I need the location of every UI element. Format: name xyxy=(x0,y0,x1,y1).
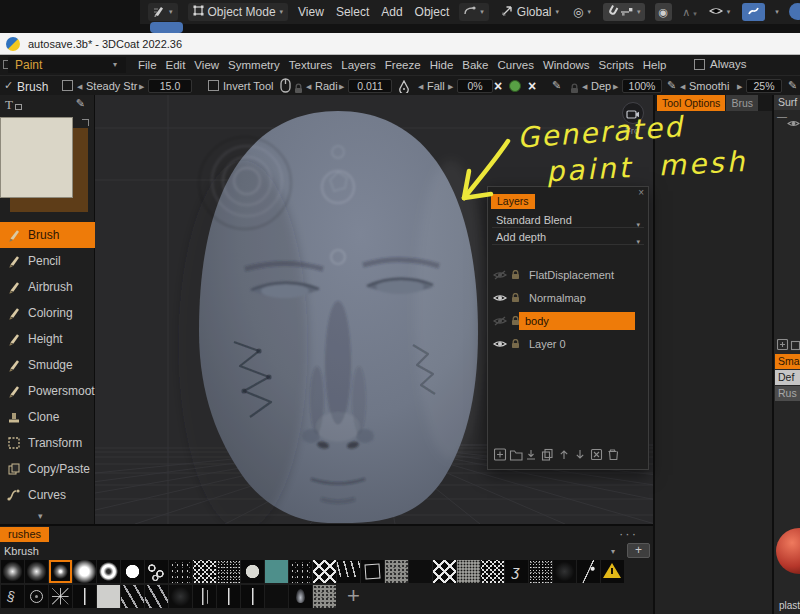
lock-icon[interactable] xyxy=(511,266,521,284)
tab-tool-options[interactable]: Tool Options xyxy=(657,95,725,111)
brush-thumbnail[interactable] xyxy=(169,585,192,608)
menu-bake[interactable]: Bake xyxy=(462,59,488,71)
brush-thumbnail[interactable] xyxy=(289,560,312,583)
clear-icon[interactable]: × xyxy=(494,78,502,94)
text-tool-icon[interactable]: T xyxy=(5,97,13,113)
tool-item-brush[interactable]: Brush xyxy=(0,222,95,248)
menu-file[interactable]: File xyxy=(138,59,157,71)
brush-thumbnail[interactable] xyxy=(169,560,192,583)
brush-thumbnail[interactable] xyxy=(97,560,120,583)
edit-curve-icon[interactable]: ✎ xyxy=(552,79,561,92)
layer-row-body[interactable]: body xyxy=(488,309,648,332)
brush-thumbnail[interactable] xyxy=(337,560,360,583)
brush-thumbnail[interactable] xyxy=(145,585,168,608)
close-icon[interactable]: × xyxy=(638,187,644,198)
clipped-blue-button[interactable] xyxy=(150,22,183,33)
menu-curves[interactable]: Curves xyxy=(498,59,534,71)
brush-thumbnail[interactable] xyxy=(73,585,96,608)
brush-thumbnail[interactable] xyxy=(73,560,96,583)
smoothing-right-arrow[interactable]: ▶ xyxy=(737,83,742,91)
more-tools-arrow-icon[interactable]: ▾ xyxy=(38,511,43,521)
brush-thumbnail[interactable] xyxy=(265,560,288,583)
primary-color-swatch[interactable] xyxy=(0,117,73,198)
edit-curve-icon[interactable]: ✎ xyxy=(788,79,797,92)
radius-left-arrow[interactable]: ◀ xyxy=(306,83,311,91)
blender-menu-add[interactable]: Add xyxy=(381,5,402,19)
depth-right-arrow[interactable]: ▶ xyxy=(613,83,618,91)
radius-right-arrow[interactable]: ▶ xyxy=(339,83,344,91)
eye-icon[interactable] xyxy=(787,114,800,132)
brush-thumbnail[interactable] xyxy=(145,560,168,583)
brush-thumbnail[interactable] xyxy=(121,585,144,608)
brush-thumbnail[interactable] xyxy=(241,585,264,608)
brushes-panel-tab[interactable]: rushes xyxy=(0,527,49,542)
blend-mode-dropdown[interactable]: Standard Blend ▾ xyxy=(492,212,644,228)
transform-orientation-dropdown[interactable]: Global ▾ xyxy=(499,3,561,21)
eye-visible-icon[interactable] xyxy=(493,335,508,353)
layer-row-normalmap[interactable]: Normalmap xyxy=(488,286,648,309)
tool-item-clone[interactable]: Clone xyxy=(0,404,95,430)
active-tool-dropdown[interactable]: ▾ xyxy=(459,3,489,21)
brush-thumbnail[interactable] xyxy=(49,560,72,583)
menu-windows[interactable]: Windows xyxy=(543,59,590,71)
brush-thumbnail[interactable] xyxy=(313,560,336,583)
menu-freeze[interactable]: Freeze xyxy=(385,59,421,71)
brush-thumbnail[interactable] xyxy=(433,560,456,583)
menu-help[interactable]: Help xyxy=(643,59,667,71)
falloff-left-arrow[interactable]: ◀ xyxy=(418,83,423,91)
brush-thumbnail[interactable] xyxy=(289,585,312,608)
layers-panel-tab[interactable]: Layers xyxy=(491,194,535,209)
camera-button[interactable] xyxy=(622,102,644,124)
steady-right-arrow[interactable]: ▶ xyxy=(139,83,144,91)
brush-thumbnail[interactable] xyxy=(193,585,216,608)
add-brush-button[interactable]: + xyxy=(627,543,650,558)
brush-thumbnail[interactable] xyxy=(25,560,48,583)
brush-thumbnail[interactable] xyxy=(97,585,120,608)
blender-menu-object[interactable]: Object xyxy=(415,5,450,19)
lock-icon[interactable] xyxy=(511,335,521,353)
brush-thumbnail[interactable] xyxy=(121,560,144,583)
menu-edit[interactable]: Edit xyxy=(166,59,186,71)
blender-menu-view[interactable]: View xyxy=(298,5,324,19)
clear-icon[interactable]: × xyxy=(528,78,536,94)
panel-menu-dots-icon[interactable]: ··· xyxy=(619,526,638,541)
lock-icon[interactable] xyxy=(511,289,521,307)
brush-thumbnail[interactable] xyxy=(217,560,240,583)
room-label[interactable]: Paint xyxy=(15,58,42,72)
always-checkbox[interactable] xyxy=(694,59,705,70)
tool-item-copy-paste[interactable]: Copy/Paste xyxy=(0,456,95,482)
brush-thumbnail[interactable] xyxy=(25,585,48,608)
radius-value-field[interactable]: 0.011 xyxy=(348,79,392,93)
edit-curve-icon[interactable]: ✎ xyxy=(667,79,676,92)
color-indicator[interactable] xyxy=(509,80,521,92)
more-brushes-button[interactable]: + xyxy=(347,585,360,608)
brush-thumbnail[interactable] xyxy=(529,560,552,583)
brush-thumbnail[interactable] xyxy=(601,560,624,583)
steady-value-field[interactable]: 15.0 xyxy=(148,79,192,93)
invert-tool-checkbox[interactable] xyxy=(208,80,219,91)
proportional-edit-toggle[interactable]: ◉ xyxy=(655,3,673,21)
eye-hidden-icon[interactable] xyxy=(493,266,508,284)
tool-item-curves[interactable]: Curves xyxy=(0,482,95,508)
falloff-value-field[interactable]: 0% xyxy=(457,79,493,93)
snap-target-dropdown[interactable]: ◎ ▾ xyxy=(571,3,593,21)
brush-thumbnail[interactable] xyxy=(577,560,600,583)
brush-thumbnail[interactable] xyxy=(481,560,504,583)
steady-left-arrow[interactable]: ◀ xyxy=(77,83,82,91)
menu-textures[interactable]: Textures xyxy=(289,59,332,71)
tool-item-pencil[interactable]: Pencil xyxy=(0,248,95,274)
clipped-toolbar-icon[interactable] xyxy=(789,3,800,20)
material-tab-def[interactable]: Def xyxy=(775,370,800,385)
brush-thumbnail[interactable] xyxy=(1,585,24,608)
tool-item-height[interactable]: Height xyxy=(0,326,95,352)
brush-thumbnail[interactable] xyxy=(553,560,576,583)
menu-hide[interactable]: Hide xyxy=(430,59,454,71)
depth-value-field[interactable]: 100% xyxy=(622,79,662,93)
overlays-dropdown[interactable]: ▾ xyxy=(707,3,733,21)
brush-thumbnail[interactable] xyxy=(217,585,240,608)
brush-thumbnail[interactable] xyxy=(313,585,336,608)
layers-panel-buttons[interactable] xyxy=(494,447,626,462)
menu-symmetry[interactable]: Symmetry xyxy=(228,59,280,71)
brush-thumbnail[interactable] xyxy=(457,560,480,583)
brush-thumbnail[interactable] xyxy=(49,585,72,608)
